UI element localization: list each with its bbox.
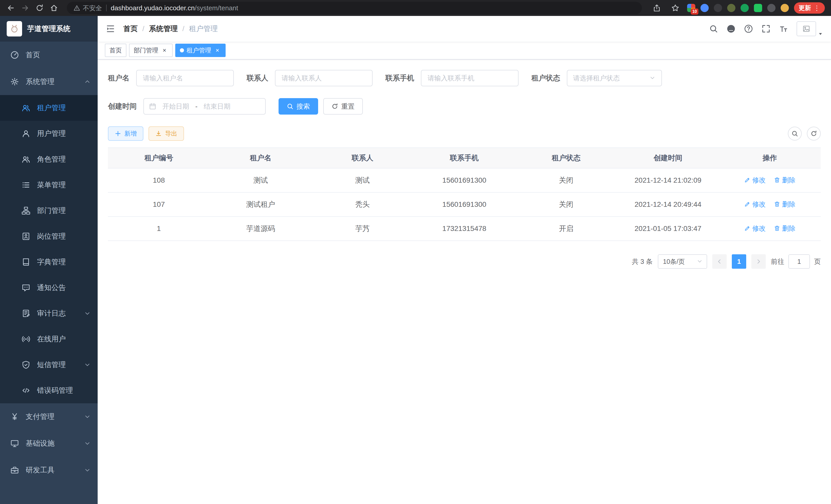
header-search-button[interactable] bbox=[709, 24, 718, 33]
date-range-picker[interactable]: 开始日期 - 结束日期 bbox=[143, 98, 266, 115]
font-size-button[interactable] bbox=[779, 24, 788, 33]
reload-button[interactable] bbox=[33, 1, 46, 14]
sidebar-item-notice[interactable]: 通知公告 bbox=[0, 275, 98, 301]
extension-icon-green[interactable] bbox=[741, 4, 749, 12]
share-button[interactable] bbox=[650, 1, 663, 14]
extensions-puzzle-icon[interactable] bbox=[767, 4, 775, 12]
dashboard-icon bbox=[10, 51, 19, 59]
fullscreen-button[interactable] bbox=[762, 24, 770, 33]
profile-avatar[interactable] bbox=[781, 4, 789, 12]
status-select[interactable]: 请选择租户状态 bbox=[567, 70, 662, 86]
next-page-button[interactable] bbox=[751, 254, 766, 269]
sidebar-item-dev-tools[interactable]: 研发工具 bbox=[0, 457, 98, 483]
phone-label: 联系手机 bbox=[385, 73, 414, 83]
sidebar-item-audit-log[interactable]: 审计日志 bbox=[0, 301, 98, 326]
page-size-select[interactable]: 10条/页 bbox=[658, 254, 707, 269]
sidebar-item-error-code[interactable]: 错误码管理 bbox=[0, 378, 98, 403]
security-chip[interactable]: 不安全 bbox=[74, 4, 102, 12]
sidebar-item-menu[interactable]: 菜单管理 bbox=[0, 172, 98, 198]
add-button-label: 新增 bbox=[124, 129, 137, 138]
refresh-icon bbox=[810, 130, 817, 137]
sidebar-item-payment[interactable]: 支付管理 bbox=[0, 403, 98, 430]
col-tenant-id: 租户编号 bbox=[108, 148, 210, 168]
font-size-icon bbox=[779, 24, 788, 33]
refresh-table-button[interactable] bbox=[807, 127, 821, 141]
chevron-right-icon bbox=[756, 259, 762, 264]
close-icon[interactable]: × bbox=[214, 47, 221, 54]
screen: 不安全 dashboard.yudao.iocoder.cn/system/te… bbox=[0, 0, 831, 504]
tab-home[interactable]: 首页 bbox=[105, 44, 126, 57]
reset-button-label: 重置 bbox=[341, 102, 354, 111]
active-tab-dot bbox=[180, 48, 184, 52]
extension-icon-olive[interactable] bbox=[727, 4, 736, 12]
export-button[interactable]: 导出 bbox=[148, 126, 184, 141]
security-label: 不安全 bbox=[83, 4, 102, 12]
add-button[interactable]: 新增 bbox=[108, 126, 143, 141]
total-count: 共 3 条 bbox=[632, 257, 653, 266]
extension-icon-blue[interactable] bbox=[700, 4, 709, 12]
breadcrumb-system[interactable]: 系统管理 bbox=[149, 24, 178, 34]
phone-input[interactable] bbox=[421, 70, 519, 86]
help-button[interactable] bbox=[744, 24, 753, 33]
tab-dept[interactable]: 部门管理 × bbox=[129, 44, 173, 57]
sidebar-item-dept[interactable]: 部门管理 bbox=[0, 198, 98, 224]
delete-button[interactable]: 删除 bbox=[774, 200, 796, 209]
forward-button[interactable] bbox=[19, 1, 32, 14]
sidebar-item-home[interactable]: 首页 bbox=[0, 41, 98, 68]
sidebar-item-label: 在线用户 bbox=[37, 334, 90, 344]
sidebar-item-role[interactable]: 角色管理 bbox=[0, 146, 98, 172]
broken-image-icon bbox=[802, 25, 810, 33]
goto-page-input[interactable] bbox=[789, 254, 810, 269]
cell-actions: 修改删除 bbox=[719, 216, 821, 241]
prev-page-button[interactable] bbox=[712, 254, 727, 269]
back-button[interactable] bbox=[4, 1, 18, 14]
sidebar-item-system[interactable]: 系统管理 bbox=[0, 68, 98, 95]
tenant-name-input[interactable] bbox=[136, 70, 234, 86]
filter-row-1: 租户名 联系人 联系手机 租户状态 请选择租户状态 bbox=[108, 70, 821, 86]
extension-icon-dark[interactable] bbox=[714, 4, 722, 12]
sidebar-item-user[interactable]: 用户管理 bbox=[0, 121, 98, 146]
delete-button[interactable]: 删除 bbox=[774, 224, 796, 233]
bookmark-button[interactable] bbox=[668, 1, 682, 14]
page-number-1[interactable]: 1 bbox=[732, 254, 746, 269]
browser-update-button[interactable]: 更新 ⋮ bbox=[794, 2, 825, 13]
share-icon bbox=[653, 4, 661, 12]
table-row: 107 测试租户 秃头 15601691300 关闭 2021-12-14 20… bbox=[108, 192, 821, 216]
filter-create-time: 创建时间 开始日期 - 结束日期 bbox=[108, 98, 266, 115]
sidebar-item-online-users[interactable]: 在线用户 bbox=[0, 326, 98, 352]
edit-button[interactable]: 修改 bbox=[744, 200, 766, 209]
org-tree-icon bbox=[22, 206, 30, 215]
breadcrumb-home[interactable]: 首页 bbox=[123, 24, 138, 34]
reset-button[interactable]: 重置 bbox=[323, 98, 363, 115]
toggle-search-button[interactable] bbox=[788, 127, 802, 141]
contact-input[interactable] bbox=[275, 70, 373, 86]
sidebar-item-infra[interactable]: 基础设施 bbox=[0, 430, 98, 457]
page-unit: 页 bbox=[814, 257, 821, 266]
edit-button[interactable]: 修改 bbox=[744, 224, 766, 233]
close-icon[interactable]: × bbox=[161, 47, 168, 54]
document-edit-icon bbox=[22, 309, 30, 318]
app-frame: 芋道管理系统 首页 系统管理 bbox=[0, 16, 831, 504]
sidebar-item-post[interactable]: 岗位管理 bbox=[0, 224, 98, 249]
cell-status: 开启 bbox=[515, 216, 617, 241]
pencil-icon bbox=[744, 225, 750, 232]
mascot-icon bbox=[9, 24, 20, 34]
breadcrumb-current: 租户管理 bbox=[189, 24, 218, 34]
collapse-sidebar-button[interactable] bbox=[98, 16, 123, 41]
sidebar-item-dict[interactable]: 字典管理 bbox=[0, 249, 98, 275]
home-button[interactable] bbox=[47, 1, 61, 14]
sidebar-item-tenant[interactable]: 租户管理 bbox=[0, 95, 98, 121]
extension-icon-chat[interactable] bbox=[754, 4, 762, 12]
search-button[interactable]: 搜索 bbox=[279, 98, 318, 115]
address-bar[interactable]: 不安全 dashboard.yudao.iocoder.cn/system/te… bbox=[67, 2, 642, 14]
github-link[interactable] bbox=[727, 24, 736, 33]
chevron-down-icon bbox=[84, 310, 90, 317]
user-menu[interactable] bbox=[797, 21, 823, 36]
url-host: dashboard.yudao.iocoder.cn bbox=[111, 4, 195, 12]
delete-button[interactable]: 删除 bbox=[774, 176, 796, 185]
tab-tenant[interactable]: 租户管理 × bbox=[175, 44, 226, 57]
col-actions: 操作 bbox=[719, 148, 821, 168]
edit-button[interactable]: 修改 bbox=[744, 176, 766, 185]
extension-icon-pinwheel[interactable]: 10 bbox=[687, 4, 695, 12]
sidebar-item-sms[interactable]: 短信管理 bbox=[0, 352, 98, 378]
